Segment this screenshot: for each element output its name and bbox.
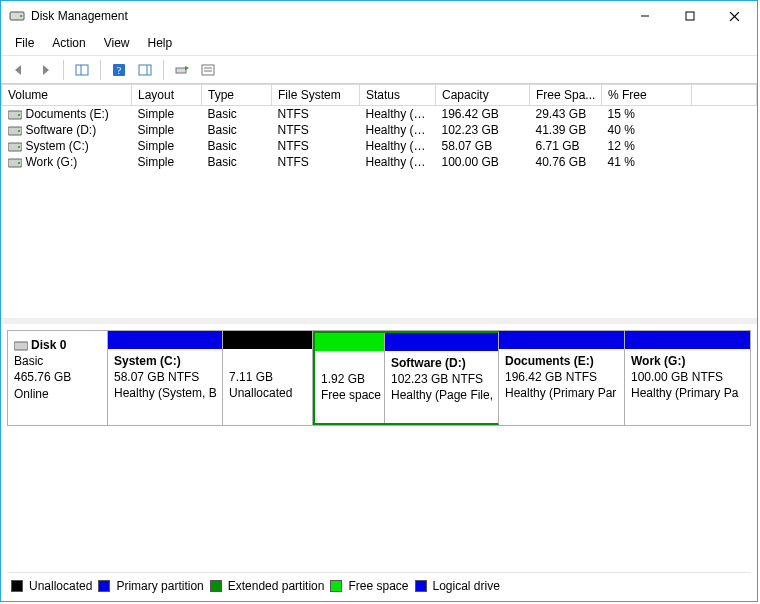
svg-text:?: ? [117,65,122,76]
svg-point-23 [18,162,20,164]
partition-free-space[interactable]: 1.92 GB Free space [315,333,385,423]
legend-free: Free space [348,579,408,593]
menu-help[interactable]: Help [140,33,181,53]
window-title: Disk Management [31,9,622,23]
partition-size: 196.42 GB NTFS [505,370,597,384]
table-row[interactable]: Documents (E:)SimpleBasicNTFSHealthy (P.… [2,106,757,123]
graphical-view-pane[interactable]: Disk 0 Basic 465.76 GB Online System (C:… [1,324,757,601]
titlebar: Disk Management [1,1,757,31]
minimize-button[interactable] [622,1,667,31]
cell-pct: 15 % [602,106,692,123]
partition-title: Work (G:) [631,354,685,368]
swatch-free [330,580,342,592]
partition-bar [315,333,384,351]
disk-row: Disk 0 Basic 465.76 GB Online System (C:… [7,330,751,426]
partition-unallocated[interactable]: 7.11 GB Unallocated [223,331,313,425]
forward-button[interactable] [33,58,57,82]
table-row[interactable]: Work (G:)SimpleBasicNTFSHealthy (P...100… [2,154,757,170]
swatch-unallocated [11,580,23,592]
menu-file[interactable]: File [7,33,42,53]
partition-size: 100.00 GB NTFS [631,370,723,384]
cell-status: Healthy (P... [360,122,436,138]
close-button[interactable] [712,1,757,31]
cell-status: Healthy (P... [360,106,436,123]
partition-status: Healthy (Primary Par [505,386,616,400]
partition-bar [385,333,498,351]
cell-layout: Simple [132,154,202,170]
cell-capacity: 100.00 GB [436,154,530,170]
cell-type: Basic [202,138,272,154]
partition-system-c[interactable]: System (C:) 58.07 GB NTFS Healthy (Syste… [108,331,223,425]
cell-volume: Software (D:) [26,123,97,137]
partition-work-g[interactable]: Work (G:) 100.00 GB NTFS Healthy (Primar… [625,331,750,425]
col-layout[interactable]: Layout [132,85,202,106]
content-split: Volume Layout Type File System Status Ca… [1,84,757,601]
partition-bar [499,331,624,349]
menu-action[interactable]: Action [44,33,93,53]
cell-type: Basic [202,106,272,123]
menu-view[interactable]: View [96,33,138,53]
col-pctfree[interactable]: % Free [602,85,692,106]
disk-management-icon [9,8,25,24]
cell-fs: NTFS [272,106,360,123]
volume-list-pane[interactable]: Volume Layout Type File System Status Ca… [1,84,757,324]
disk-type: Basic [14,353,101,369]
svg-point-19 [18,130,20,132]
partition-status: Healthy (Primary Pa [631,386,738,400]
back-button[interactable] [7,58,31,82]
refresh-button[interactable] [170,58,194,82]
partition-documents-e[interactable]: Documents (E:) 196.42 GB NTFS Healthy (P… [499,331,625,425]
partition-software-d[interactable]: Software (D:) 102.23 GB NTFS Healthy (Pa… [385,333,498,423]
col-freespace[interactable]: Free Spa... [530,85,602,106]
partition-bar [108,331,222,349]
show-hide-console-tree-button[interactable] [70,58,94,82]
cell-volume: Documents (E:) [26,107,109,121]
cell-pct: 12 % [602,138,692,154]
maximize-button[interactable] [667,1,712,31]
svg-rect-24 [14,342,28,350]
col-blank[interactable] [692,85,757,106]
svg-rect-13 [202,65,214,75]
table-header-row: Volume Layout Type File System Status Ca… [2,85,757,106]
cell-volume: Work (G:) [26,155,78,169]
disk-management-window: Disk Management File Action View Help [0,0,758,602]
help-button[interactable]: ? [107,58,131,82]
cell-layout: Simple [132,138,202,154]
cell-status: Healthy (S... [360,138,436,154]
col-filesystem[interactable]: File System [272,85,360,106]
cell-pct: 41 % [602,154,692,170]
cell-type: Basic [202,122,272,138]
partition-title: Documents (E:) [505,354,594,368]
legend-extended: Extended partition [228,579,325,593]
svg-point-17 [18,114,20,116]
swatch-logical [415,580,427,592]
partition-status: Healthy (System, B [114,386,217,400]
table-row[interactable]: Software (D:)SimpleBasicNTFSHealthy (P..… [2,122,757,138]
cell-capacity: 102.23 GB [436,122,530,138]
table-row[interactable]: System (C:)SimpleBasicNTFSHealthy (S...5… [2,138,757,154]
legend-logical: Logical drive [433,579,500,593]
col-status[interactable]: Status [360,85,436,106]
legend: Unallocated Primary partition Extended p… [7,572,751,601]
settings-button[interactable] [196,58,220,82]
toolbar-separator [100,60,101,80]
show-hide-action-pane-button[interactable] [133,58,157,82]
col-volume[interactable]: Volume [2,85,132,106]
col-capacity[interactable]: Capacity [436,85,530,106]
disk-partitions: System (C:) 58.07 GB NTFS Healthy (Syste… [108,331,750,425]
cell-free: 41.39 GB [530,122,602,138]
col-type[interactable]: Type [202,85,272,106]
cell-pct: 40 % [602,122,692,138]
swatch-primary [98,580,110,592]
disk-info-panel[interactable]: Disk 0 Basic 465.76 GB Online [8,331,108,425]
toolbar: ? [1,56,757,84]
cell-free: 40.76 GB [530,154,602,170]
drive-icon [8,125,22,137]
menubar: File Action View Help [1,31,757,56]
toolbar-separator [163,60,164,80]
partition-status: Free space [321,388,381,402]
cell-fs: NTFS [272,154,360,170]
svg-rect-3 [686,12,694,20]
disk-label: Disk 0 [31,338,66,352]
window-controls [622,1,757,31]
